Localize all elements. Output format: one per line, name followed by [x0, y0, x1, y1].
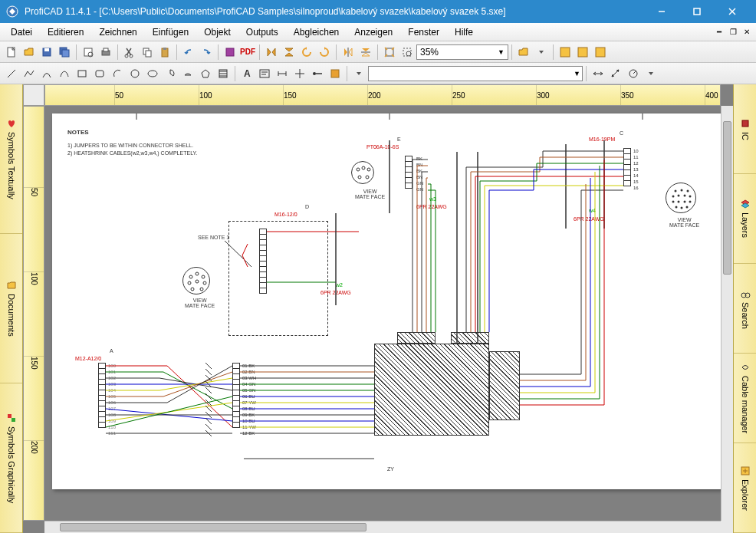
layers-icon — [740, 199, 751, 209]
symbol-combo[interactable]: ▼ — [368, 66, 583, 81]
menu-hilfe[interactable]: Hilfe — [447, 25, 481, 40]
wire-tool-button[interactable] — [309, 65, 326, 82]
rotate-right-button[interactable] — [316, 44, 333, 61]
tab-symbols-graphically[interactable]: Symbols Graphically — [0, 383, 22, 533]
vertical-ruler[interactable]: 50 100 150 200 — [23, 106, 44, 521]
menu-editieren[interactable]: Editieren — [40, 25, 91, 40]
pie-tool-button[interactable] — [162, 65, 179, 82]
menu-fenster[interactable]: Fenster — [400, 25, 447, 40]
canvas-viewport[interactable]: NOTES 1) JUMPERS TO BE WITHIN CONNECTOR … — [44, 106, 721, 521]
horizontal-scrollbar[interactable] — [44, 521, 721, 533]
redo-button[interactable] — [198, 44, 215, 61]
ground-tool-button[interactable] — [327, 65, 343, 82]
flip-v-button[interactable] — [281, 44, 297, 61]
v-scroll-thumb[interactable] — [723, 121, 731, 275]
circle-tool-button[interactable] — [127, 65, 143, 82]
rotate-left-button[interactable] — [298, 44, 315, 61]
print-preview-button[interactable] — [80, 44, 97, 61]
mdi-close-button[interactable]: ✕ — [741, 25, 753, 38]
menu-einfuegen[interactable]: Einfügen — [145, 25, 196, 40]
dimension-tool-button[interactable] — [274, 65, 291, 82]
minimize-button[interactable] — [644, 0, 679, 23]
scroll-corner — [721, 521, 733, 533]
svg-line-95 — [205, 381, 212, 387]
tab-search[interactable]: Search — [734, 264, 756, 354]
print-button[interactable] — [97, 44, 114, 61]
junction-tool-button[interactable] — [291, 65, 308, 82]
conn-c-label: PT06A-10-6S — [366, 144, 399, 150]
ref-a: A — [110, 348, 113, 354]
properties-button[interactable] — [222, 44, 238, 61]
more-draw-button[interactable] — [350, 65, 367, 82]
tab-cable-manager[interactable]: Cable manager — [734, 354, 756, 443]
menu-datei[interactable]: Datei — [3, 25, 40, 40]
hatch-area-4 — [489, 351, 520, 420]
copy-button[interactable] — [139, 44, 156, 61]
drawing-paper[interactable]: NOTES 1) JUMPERS TO BE WITHIN CONNECTOR … — [52, 114, 721, 489]
dim-linear-button[interactable] — [590, 65, 606, 82]
rect-tool-button[interactable] — [74, 65, 90, 82]
dim-radius-button[interactable] — [625, 65, 642, 82]
text-tool-button[interactable]: A — [238, 65, 255, 82]
line-tool-button[interactable] — [3, 65, 20, 82]
horizontal-ruler[interactable]: 50 100 150 200 250 300 350 400 — [44, 84, 721, 106]
conn-d-view: VIEW MATE FACE — [669, 217, 699, 228]
paste-button[interactable] — [156, 44, 173, 61]
svg-line-99 — [205, 406, 212, 412]
folder-arrow-button[interactable] — [533, 44, 550, 61]
menu-outputs[interactable]: Outputs — [238, 25, 286, 40]
tab-symbols-textually[interactable]: Symbols Textually — [0, 84, 22, 234]
hatch-area-2 — [397, 332, 436, 344]
mirror-v-button[interactable] — [357, 44, 374, 61]
tool-a-button[interactable] — [557, 44, 574, 61]
ellipse-tool-button[interactable] — [144, 65, 161, 82]
menu-zeichnen[interactable]: Zeichnen — [91, 25, 144, 40]
svg-text:A: A — [244, 68, 251, 79]
menu-anzeigen[interactable]: Anzeigen — [347, 25, 400, 40]
tab-documents[interactable]: Documents — [0, 234, 22, 383]
tool-c-button[interactable] — [592, 44, 609, 61]
pdf-export-button[interactable]: PDF — [239, 44, 256, 61]
mdi-restore-button[interactable]: ❐ — [727, 25, 739, 38]
rrect-tool-button[interactable] — [91, 65, 108, 82]
new-button[interactable] — [3, 44, 20, 61]
zoom-extents-button[interactable] — [381, 44, 398, 61]
mdi-minimize-button[interactable]: ━ — [713, 25, 725, 38]
save-all-button[interactable] — [56, 44, 73, 61]
hatch-area-1 — [374, 344, 489, 436]
tab-layers[interactable]: Layers — [734, 174, 756, 264]
menu-abgleichen[interactable]: Abgleichen — [286, 25, 347, 40]
dim-aligned-button[interactable] — [607, 65, 624, 82]
textbox-tool-button[interactable] — [256, 65, 273, 82]
open-button[interactable] — [21, 44, 38, 61]
flip-h-button[interactable] — [263, 44, 280, 61]
arc-tool-button[interactable] — [109, 65, 126, 82]
chord-tool-button[interactable] — [179, 65, 196, 82]
mirror-h-button[interactable] — [340, 44, 357, 61]
tab-explorer[interactable]: Explorer — [734, 443, 756, 533]
see-note-label: SEE NOTE 1 — [198, 235, 229, 240]
more-dim-button[interactable] — [643, 65, 659, 82]
svg-point-65 — [681, 189, 683, 192]
open-folder-button[interactable] — [515, 44, 532, 61]
polygon-tool-button[interactable] — [197, 65, 214, 82]
tab-ic[interactable]: IC — [734, 84, 756, 174]
h-scroll-thumb[interactable] — [60, 523, 366, 531]
hatch-tool-button[interactable] — [215, 65, 232, 82]
svg-line-93 — [205, 369, 212, 375]
undo-button[interactable] — [180, 44, 197, 61]
polyline-tool-button[interactable] — [21, 65, 38, 82]
cut-button[interactable] — [121, 44, 138, 61]
zoom-combo[interactable]: 35%▼ — [416, 44, 508, 60]
tool-b-button[interactable] — [574, 44, 591, 61]
maximize-button[interactable] — [679, 0, 715, 23]
close-button[interactable] — [715, 0, 750, 23]
menu-objekt[interactable]: Objekt — [196, 25, 238, 40]
zoom-window-button[interactable] — [399, 44, 416, 61]
svg-point-63 — [366, 176, 369, 179]
curve-tool-button[interactable] — [38, 65, 55, 82]
save-button[interactable] — [38, 44, 55, 61]
vertical-scrollbar[interactable] — [721, 106, 733, 521]
ref-e-1: E — [397, 137, 401, 142]
bezier-tool-button[interactable] — [56, 65, 73, 82]
